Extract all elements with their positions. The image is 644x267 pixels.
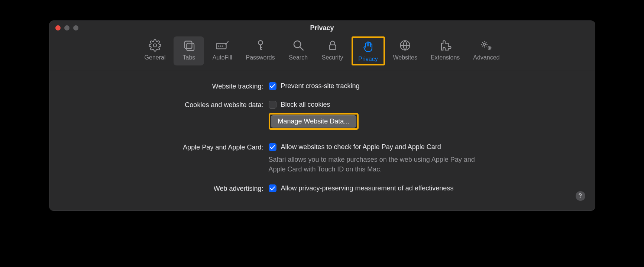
tab-label: Extensions [431, 54, 460, 61]
highlight-manage-data-button: Manage Website Data... [269, 113, 359, 130]
apple-pay-description: Safari allows you to make purchases on t… [269, 155, 484, 174]
svg-point-7 [258, 41, 262, 45]
ad-measurement-checkbox[interactable] [269, 184, 276, 192]
tabs-icon [181, 39, 196, 52]
minimize-window-button[interactable] [64, 25, 69, 30]
tab-autofill[interactable]: AutoFill [207, 36, 237, 65]
tab-label: Privacy [358, 56, 378, 62]
checkbox-label: Block all cookies [281, 101, 330, 109]
lock-icon [325, 39, 340, 52]
tab-passwords[interactable]: Passwords [240, 36, 280, 65]
svg-rect-9 [329, 45, 336, 50]
svg-rect-2 [187, 43, 194, 51]
svg-point-11 [483, 43, 485, 45]
content-pane: Website tracking: Prevent cross-site tra… [49, 71, 595, 210]
tab-websites[interactable]: Websites [388, 36, 423, 65]
row-label: Apple Pay and Apple Card: [64, 143, 269, 174]
preferences-window: Privacy General Tabs AutoFill Password [49, 20, 595, 211]
tab-label: Websites [393, 54, 418, 61]
row-label: Web advertising: [64, 184, 269, 193]
tab-extensions[interactable]: Extensions [425, 36, 465, 65]
traffic-lights [55, 25, 78, 30]
titlebar: Privacy [49, 21, 595, 35]
tab-label: Tabs [183, 54, 195, 61]
globe-icon [398, 39, 412, 52]
window-title: Privacy [49, 24, 595, 32]
website-tracking-row: Website tracking: Prevent cross-site tra… [64, 82, 580, 90]
puzzle-icon [438, 39, 453, 52]
search-icon [291, 39, 306, 52]
checkbox-label: Prevent cross-site tracking [281, 82, 360, 90]
svg-point-6 [223, 46, 223, 46]
checkbox-label: Allow websites to check for Apple Pay an… [281, 143, 441, 151]
gear-icon [148, 39, 162, 52]
tab-label: Search [289, 54, 308, 61]
svg-rect-1 [185, 41, 192, 49]
cookies-row: Cookies and website data: Block all cook… [64, 101, 580, 130]
key-icon [253, 39, 268, 52]
checkbox-label: Allow privacy-preserving measurement of … [281, 184, 454, 192]
tab-search[interactable]: Search [283, 36, 314, 65]
help-button[interactable]: ? [576, 191, 585, 201]
web-advertising-row: Web advertising: Allow privacy-preservin… [64, 184, 580, 193]
maximize-window-button[interactable] [73, 25, 78, 30]
apple-pay-checkbox[interactable] [269, 143, 276, 151]
tab-label: Security [322, 54, 343, 61]
hand-icon [361, 40, 376, 54]
row-label: Cookies and website data: [64, 101, 269, 130]
svg-point-4 [219, 46, 219, 46]
tab-security[interactable]: Security [317, 36, 349, 65]
tab-privacy[interactable]: Privacy [353, 38, 384, 64]
autofill-icon [215, 39, 230, 52]
prevent-cross-site-tracking-checkbox[interactable] [269, 82, 276, 90]
apple-pay-row: Apple Pay and Apple Card: Allow websites… [64, 143, 580, 174]
tab-tabs[interactable]: Tabs [174, 36, 204, 65]
svg-point-5 [221, 46, 221, 46]
gears-icon [479, 39, 494, 52]
tab-label: AutoFill [213, 54, 232, 61]
row-label: Website tracking: [64, 82, 269, 90]
tab-general[interactable]: General [139, 36, 171, 65]
highlight-privacy-tab: Privacy [352, 36, 385, 65]
manage-website-data-button[interactable]: Manage Website Data... [271, 115, 357, 128]
tab-label: Passwords [246, 54, 275, 61]
block-all-cookies-checkbox[interactable] [269, 101, 276, 109]
svg-point-12 [489, 47, 490, 49]
close-window-button[interactable] [55, 25, 61, 30]
preferences-toolbar: General Tabs AutoFill Passwords Search [49, 35, 595, 71]
tab-label: General [145, 54, 166, 61]
tab-advanced[interactable]: Advanced [468, 36, 505, 65]
tab-label: Advanced [473, 54, 499, 61]
svg-point-0 [153, 44, 157, 47]
